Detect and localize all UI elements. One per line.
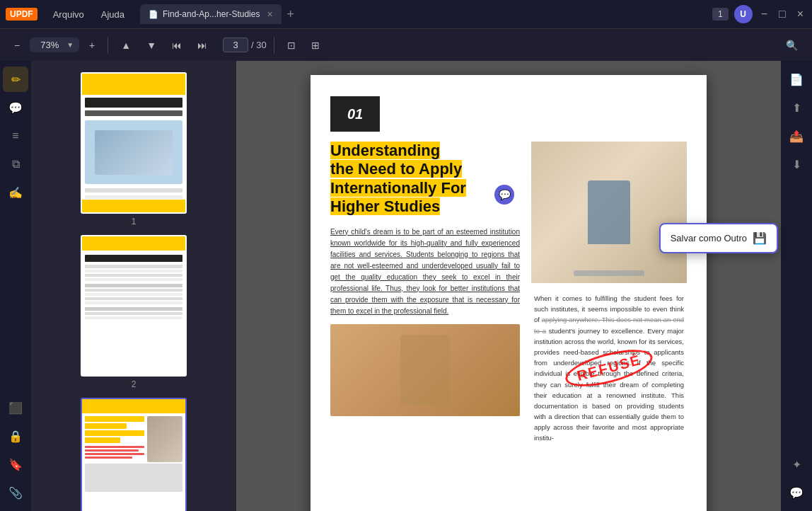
toolbar-separator-2 — [274, 37, 274, 54]
thumb1-banner — [82, 74, 185, 95]
page-last-button[interactable]: ⏭ — [192, 37, 213, 54]
close-button[interactable]: × — [794, 8, 806, 21]
thumbnail-3[interactable]: 3 — [81, 398, 187, 511]
sidebar-icon-sign[interactable]: ✍ — [3, 180, 28, 205]
heading-highlight-1: Understanding — [330, 142, 440, 159]
page-indicator: 1 — [712, 8, 729, 21]
pdf-viewer[interactable]: 💬 01 Understanding the Need to Apply Int… — [236, 61, 781, 511]
thumb1-line1 — [85, 188, 182, 193]
strikethrough-text: applying anywhere. This does not mean an… — [534, 316, 684, 334]
topbar: UPDF Arquivo Ajuda 📄 Find-and-Ap...her-S… — [0, 0, 812, 28]
sidebar-icon-edit[interactable]: ✏ — [3, 67, 28, 92]
right-sidebar-ai[interactable]: ✦ — [784, 452, 809, 477]
save-popup-icon: 💾 — [753, 231, 767, 245]
right-sidebar: 📄 ⬆ 📤 ⬇ ✦ 💬 — [781, 61, 812, 511]
thumb2-line8 — [85, 297, 182, 300]
tab-close-button[interactable]: × — [267, 8, 272, 20]
right-column: When it comes to fulfilling the student … — [531, 142, 687, 447]
right-sidebar-chat[interactable]: 💬 — [784, 480, 809, 505]
thumb2-banner — [82, 236, 185, 251]
sidebar-icon-comment[interactable]: 💬 — [3, 95, 28, 120]
sidebar-icon-compare[interactable]: ⧉ — [3, 151, 28, 177]
thumb3-heading4 — [85, 437, 120, 443]
page-number-input[interactable]: 3 — [223, 38, 248, 52]
thumb2-line3 — [85, 274, 182, 277]
grid-view-button[interactable]: ⊞ — [306, 37, 325, 54]
sidebar-icon-bookmark[interactable]: 🔖 — [3, 452, 28, 477]
thumb2-line10 — [85, 307, 182, 311]
zoom-control: 73% ▼ — [30, 38, 79, 52]
pdf-tab-title: Find-and-Ap...her-Studies — [163, 9, 260, 19]
sidebar-icon-attachment[interactable]: 📎 — [3, 480, 28, 505]
thumb-frame-1 — [81, 72, 187, 214]
sidebar-icon-protect[interactable]: 🔒 — [3, 423, 28, 449]
app-logo: UPDF — [6, 8, 37, 21]
thumb3-content — [85, 416, 182, 462]
right-image-inner — [531, 142, 687, 283]
main-area: ✏ 💬 ≡ ⧉ ✍ ⬛ 🔒 🔖 📎 1 — [0, 61, 812, 511]
thumbnail-2[interactable]: 2 — [81, 235, 187, 389]
right-column-text: When it comes to fulfilling the student … — [531, 290, 687, 447]
thumb3-red2 — [85, 449, 139, 452]
thumb-frame-2 — [81, 235, 187, 377]
right-sidebar-ocr[interactable]: 📄 — [784, 67, 809, 92]
thumb2-line6 — [85, 289, 182, 292]
thumb2-line12 — [85, 316, 182, 319]
heading-highlight-4: Higher Studies — [330, 197, 440, 215]
page-first-button[interactable]: ⏮ — [166, 37, 187, 54]
menu-arquivo[interactable]: Arquivo — [46, 6, 91, 23]
save-as-popup[interactable]: Salvar como Outro 💾 — [659, 223, 778, 253]
refused-overlay: When it comes to fulfilling the student … — [531, 290, 687, 447]
zoom-in-button[interactable]: + — [83, 37, 100, 54]
heading-highlight-3: Internationally For — [330, 179, 466, 197]
topbar-right: 1 U − □ × — [712, 5, 806, 23]
page-next-button[interactable]: ▼ — [141, 37, 162, 54]
menu-ajuda[interactable]: Ajuda — [94, 6, 132, 23]
sidebar-icon-redact[interactable]: ⬛ — [3, 395, 28, 420]
thumb3-heading3 — [85, 430, 144, 436]
thumb2-line7 — [85, 293, 182, 296]
thumb3-bottom-img — [85, 464, 182, 492]
thumb3-banner — [82, 399, 185, 413]
user-avatar[interactable]: U — [734, 5, 753, 23]
pdf-tab-icon: 📄 — [149, 10, 158, 19]
zoom-value: 73% — [35, 40, 64, 50]
thumb2-line2 — [85, 270, 182, 272]
fit-page-button[interactable]: ⊡ — [282, 37, 301, 54]
right-sidebar-share[interactable]: 📤 — [784, 123, 809, 149]
comment-bubble-button[interactable]: 💬 — [494, 185, 514, 205]
thumb2-line11 — [85, 312, 182, 315]
left-column: Understanding the Need to Apply Internat… — [330, 142, 520, 447]
thumbnail-1[interactable]: 1 — [81, 72, 187, 226]
thumb2-line4 — [85, 278, 182, 281]
toolbar-right: 🔍 — [780, 37, 804, 54]
body-paragraph-1: Every child's dream is to be part of an … — [330, 226, 520, 317]
right-sidebar-download[interactable]: ⬇ — [784, 151, 809, 177]
toolbar-separator-1 — [108, 37, 108, 54]
page-badge: 01 — [330, 96, 380, 132]
page-prev-button[interactable]: ▲ — [115, 37, 137, 54]
thumb2-line1 — [85, 265, 182, 268]
sidebar-icon-organize[interactable]: ≡ — [3, 123, 28, 149]
right-image — [531, 142, 687, 283]
save-popup-label: Salvar como Outro — [671, 233, 747, 243]
thumb1-image-inner — [95, 130, 173, 175]
thumb3-red1 — [85, 446, 144, 448]
desk-surface — [574, 270, 644, 276]
thumb2-line9 — [85, 302, 182, 304]
pdf-tab[interactable]: 📄 Find-and-Ap...her-Studies × — [140, 4, 282, 24]
right-sidebar-extract[interactable]: ⬆ — [784, 95, 809, 120]
zoom-out-button[interactable]: − — [8, 37, 25, 54]
thumb-frame-3 — [81, 398, 187, 511]
thumb1-image — [85, 120, 182, 184]
search-button[interactable]: 🔍 — [780, 37, 804, 54]
maximize-button[interactable]: □ — [776, 8, 789, 21]
minimize-button[interactable]: − — [758, 8, 770, 21]
main-heading: Understanding the Need to Apply Internat… — [330, 142, 520, 217]
new-tab-button[interactable]: + — [282, 7, 301, 22]
pdf-page: 💬 01 Understanding the Need to Apply Int… — [311, 75, 707, 511]
thumb3-heading2 — [85, 423, 127, 429]
thumb1-footer — [82, 200, 185, 212]
zoom-dropdown-arrow[interactable]: ▼ — [66, 41, 74, 49]
thumb3-red4 — [85, 457, 132, 459]
